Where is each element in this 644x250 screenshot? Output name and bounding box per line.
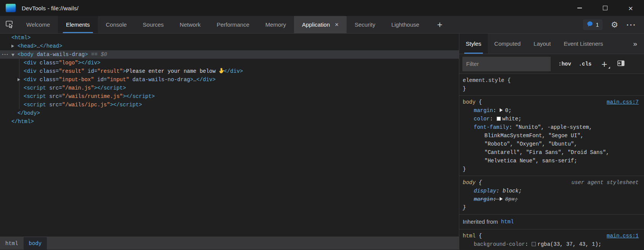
tab-console[interactable]: Console [98,16,135,33]
dom-tree-row[interactable]: <script src="/wails/ipc.js"></script> [0,101,459,109]
styles-sidebar: StylesComputedLayoutEvent Listeners » :h… [459,34,644,250]
tab-sources[interactable]: Sources [135,16,172,33]
css-declaration[interactable]: font-family: "Nunito", -apple-system, [463,123,644,131]
indent-guide-line [19,101,19,109]
dom-tree-row[interactable]: <div class="input-box" id="input" data-w… [0,75,459,84]
code-token-attr: class [40,68,56,74]
code-token-plain [37,68,40,74]
css-property-value[interactable]: rgba(33, 37, 43, 1); [537,241,601,247]
dom-tree-row[interactable]: <html> [0,34,459,42]
code-token-tag: <div [24,68,37,74]
chat-bubble-icon [587,21,593,29]
code-token-tag: <div [24,60,37,66]
css-property-value[interactable]: 0; [505,107,511,114]
tab-label: Event Listeners [564,40,603,47]
tab-styles[interactable]: Styles [459,34,488,54]
color-swatch[interactable] [532,242,536,246]
breadcrumb-item-body[interactable]: body [24,237,47,250]
tab-welcome[interactable]: Welcome [18,16,58,33]
styles-filter-input[interactable] [462,57,551,71]
css-declaration[interactable]: margin: 8px; [463,195,644,204]
maximize-button[interactable] [596,0,614,16]
css-property-name[interactable]: font-family [474,124,509,130]
dom-tree-row[interactable]: <div class="logo"></div> [0,59,459,67]
code-token-txt: Please enter your name below [126,68,219,74]
tab-lighthouse[interactable]: Lighthouse [383,16,427,33]
dom-tree-row[interactable]: <div class="result" id="result">Please e… [0,67,459,75]
css-property-name[interactable]: margin [474,196,493,202]
code-token-val: "/wails/ipc.js" [62,102,110,108]
css-declaration[interactable]: display: block; [463,187,644,195]
css-property-value[interactable]: white; [502,116,521,122]
tab-event-listeners[interactable]: Event Listeners [557,34,609,54]
element-classes-button[interactable]: .cls [579,61,592,67]
dom-tree-row[interactable]: </html> [0,117,459,126]
minimize-button[interactable] [571,0,588,16]
more-tabs-button[interactable]: » [626,34,644,54]
disclosure-triangle-icon[interactable] [11,54,14,56]
colon: : [509,124,515,130]
computed-pane-toggle-button[interactable] [616,59,626,69]
tab-label: Console [106,21,127,28]
dom-tree-row[interactable]: </body> [0,109,459,117]
tab-memory[interactable]: Memory [257,16,294,33]
dom-tree-row[interactable]: <script src="/wails/runtime.js"></script… [0,92,459,101]
rule-selector[interactable]: element.style [463,77,504,83]
css-property-value[interactable]: block; [503,188,522,194]
disclosure-triangle-icon[interactable] [18,78,20,81]
breadcrumb-bar: htmlbody [0,237,459,250]
css-declaration[interactable]: color: white; [463,115,644,123]
more-options-button[interactable]: ··· [626,21,636,29]
close-tab-icon[interactable]: × [335,21,339,28]
dropdown-corner-icon [608,67,610,69]
css-declaration[interactable]: margin: 0; [463,106,644,115]
css-declaration[interactable]: background-color: rgba(33, 37, 43, 1); [463,240,644,248]
dom-tree-row[interactable]: <head>…</head> [0,42,459,50]
inherited-node-link[interactable]: html [501,218,514,226]
settings-button[interactable]: ⚙ [611,21,618,29]
code-token-tag: <script [24,93,46,99]
tab-layout[interactable]: Layout [527,34,557,54]
css-property-name[interactable]: background-color [474,241,525,247]
tab-security[interactable]: Security [347,16,383,33]
tab-label: Sources [143,21,164,28]
stylesheet-link[interactable]: main.css:7 [607,98,639,106]
breadcrumb-item-html[interactable]: html [0,237,24,250]
stylesheet-link[interactable]: main.css:1 [607,232,639,240]
dom-tree-row[interactable]: <script src="/main.js"></script> [0,84,459,92]
open-brace: { [504,77,511,83]
css-property-value[interactable]: 8px; [505,196,518,202]
issues-badge[interactable]: 1 [583,19,602,30]
rule-selector[interactable]: body [463,99,476,105]
css-property-value[interactable]: "Nunito", -apple-system, [515,124,592,130]
expand-shorthand-icon[interactable] [500,197,503,201]
tab-computed[interactable]: Computed [488,34,527,54]
add-tab-button[interactable]: + [427,16,452,33]
tab-elements[interactable]: Elements [58,16,98,33]
new-style-rule-button[interactable]: + [600,59,609,69]
close-brace: } [463,165,644,173]
close-button[interactable]: × [622,0,639,16]
code-token-plain [85,68,88,74]
rule-selector[interactable]: html [463,233,476,239]
disclosure-triangle-icon[interactable] [11,45,14,48]
inspect-element-button[interactable] [0,16,18,33]
tab-network[interactable]: Network [172,16,209,33]
css-property-name[interactable]: margin [474,107,493,114]
css-property-name[interactable]: color [474,116,490,122]
expand-shorthand-icon[interactable] [500,108,503,112]
node-menu-icon[interactable]: ··· [2,50,9,59]
color-swatch[interactable] [497,117,501,121]
tab-performance[interactable]: Performance [209,16,257,33]
dom-tree-row[interactable]: ···<body data-wails-drag> == $0 [0,50,459,59]
toggle-pseudo-classes-button[interactable]: :hov [558,61,571,67]
rule-selector[interactable]: body [463,179,476,186]
styles-sections: element.style {}body {main.css:7margin: … [459,74,644,250]
css-declaration[interactable]: text-align: center; [463,248,644,250]
indent-guide-line [19,59,19,67]
tab-application[interactable]: Application× [294,16,347,33]
css-property-name[interactable]: display [474,188,496,194]
code-token-val: "result" [97,68,123,74]
code-token-attr: class [40,77,56,83]
style-rule-section: html {main.css:1background-color: rgba(3… [459,229,644,250]
